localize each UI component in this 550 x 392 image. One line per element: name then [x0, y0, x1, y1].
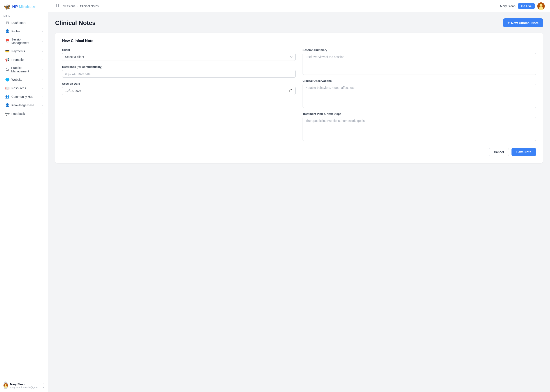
- footer-chevron-icon: ⌃⌄: [42, 382, 44, 389]
- avatar: [4, 381, 8, 389]
- dashboard-icon: ⊡: [5, 21, 9, 25]
- clinical-observations-group: Clinical Observations: [303, 79, 536, 108]
- chevron-right-icon: ›: [42, 87, 43, 90]
- svg-point-2: [4, 386, 7, 388]
- sidebar-item-label: Website: [11, 78, 22, 81]
- knowledge-base-icon: 👤: [5, 103, 9, 107]
- reference-input[interactable]: [62, 70, 296, 78]
- new-note-label: New Clinical Note: [511, 21, 539, 25]
- resources-icon: 📖: [5, 86, 9, 90]
- form-col-left: Client Select a client Reference (for co…: [62, 48, 296, 141]
- treatment-plan-textarea[interactable]: [303, 117, 536, 141]
- feedback-icon: 💬: [5, 112, 9, 116]
- breadcrumb-current: Clinical Notes: [80, 4, 99, 8]
- session-date-label: Session Date: [62, 82, 296, 85]
- chevron-right-icon: ›: [42, 40, 43, 42]
- clinical-observations-label: Clinical Observations: [303, 79, 536, 83]
- sidebar-item-profile[interactable]: 👤 Profile ›: [2, 27, 46, 35]
- treatment-plan-group: Treatment Plan & Next Steps: [303, 112, 536, 141]
- sidebar-section-label: Main: [0, 13, 48, 18]
- breadcrumb-parent[interactable]: Sessions: [63, 4, 76, 8]
- sidebar-item-community-hub[interactable]: 👥 Community Hub ›: [2, 92, 46, 101]
- reference-group: Reference (for confidentiality): [62, 65, 296, 78]
- form-actions: Cancel Save Note: [62, 146, 536, 156]
- topbar-avatar[interactable]: [537, 2, 545, 10]
- chevron-right-icon: ›: [42, 68, 43, 71]
- session-summary-label: Session Summary: [303, 48, 536, 52]
- chevron-right-icon: ›: [42, 30, 43, 33]
- sidebar-item-knowledge-base[interactable]: 👤 Knowledge Base ›: [2, 101, 46, 109]
- sidebar-item-promotion[interactable]: 📢 Promotion ›: [2, 56, 46, 64]
- chevron-right-icon: ›: [42, 50, 43, 53]
- topbar-right: Mary Sloan Go Live: [500, 2, 545, 10]
- session-summary-textarea[interactable]: [303, 53, 536, 75]
- logo-text: HP Mindcare: [12, 5, 36, 9]
- form-grid: Client Select a client Reference (for co…: [62, 48, 536, 141]
- sidebar-footer[interactable]: Mary Sloan marysloantherapist@gmai... ⌃⌄: [0, 379, 48, 392]
- sidebar-item-payments[interactable]: 💳 Payments ›: [2, 47, 46, 55]
- breadcrumb-separator: ›: [77, 4, 78, 8]
- svg-point-6: [540, 4, 543, 7]
- sidebar-item-dashboard[interactable]: ⊡ Dashboard: [2, 19, 46, 27]
- profile-icon: 👤: [5, 29, 9, 33]
- sidebar-logo: 🦋 HP Mindcare: [0, 0, 48, 13]
- sidebar-item-label: Session Management: [11, 38, 40, 45]
- chevron-right-icon: ›: [42, 112, 43, 115]
- sidebar-item-label: Payments: [11, 49, 25, 53]
- sidebar-item-label: Promotion: [11, 58, 25, 62]
- new-clinical-note-form: New Clinical Note Client Select a client…: [55, 33, 543, 163]
- page-title: Clinical Notes: [55, 20, 96, 27]
- session-date-input[interactable]: [62, 87, 296, 95]
- form-col-right: Session Summary Clinical Observations Tr…: [303, 48, 536, 141]
- sidebar: 🦋 HP Mindcare Main ⊡ Dashboard 👤 Profile…: [0, 0, 48, 392]
- practice-management-icon: 🗂: [5, 68, 9, 71]
- sidebar-item-label: Practice Management: [11, 66, 40, 73]
- topbar-left: Sessions › Clinical Notes: [53, 2, 99, 10]
- footer-name: Mary Sloan: [10, 383, 40, 386]
- plus-icon: +: [508, 21, 510, 25]
- sidebar-item-resources[interactable]: 📖 Resources ›: [2, 84, 46, 92]
- community-hub-icon: 👥: [5, 95, 9, 99]
- website-icon: 🌐: [5, 77, 9, 82]
- sidebar-item-website[interactable]: 🌐 Website ›: [2, 76, 46, 84]
- page-header: Clinical Notes + New Clinical Note: [55, 18, 543, 27]
- chevron-right-icon: ›: [42, 104, 43, 106]
- chevron-right-icon: ›: [42, 78, 43, 81]
- svg-rect-4: [57, 4, 59, 7]
- chevron-right-icon: ›: [42, 95, 43, 98]
- session-summary-group: Session Summary: [303, 48, 536, 75]
- sidebar-toggle-button[interactable]: [53, 2, 60, 10]
- sidebar-item-label: Knowledge Base: [11, 104, 34, 107]
- client-label: Client: [62, 48, 296, 52]
- main-area: Sessions › Clinical Notes Mary Sloan Go …: [48, 0, 550, 392]
- sidebar-item-session-management[interactable]: 📅 Session Management ›: [2, 36, 46, 47]
- clinical-observations-textarea[interactable]: [303, 84, 536, 108]
- sidebar-item-label: Resources: [11, 86, 26, 90]
- sidebar-item-label: Dashboard: [11, 21, 27, 25]
- svg-point-1: [5, 384, 7, 386]
- sidebar-item-label: Profile: [11, 29, 20, 33]
- new-clinical-note-button[interactable]: + New Clinical Note: [503, 18, 543, 27]
- session-management-icon: 📅: [5, 39, 9, 43]
- treatment-plan-label: Treatment Plan & Next Steps: [303, 112, 536, 115]
- cancel-button[interactable]: Cancel: [489, 148, 509, 156]
- form-card-title: New Clinical Note: [62, 39, 536, 43]
- breadcrumb: Sessions › Clinical Notes: [63, 4, 99, 8]
- chevron-right-icon: ›: [42, 58, 43, 61]
- sidebar-item-practice-management[interactable]: 🗂 Practice Management ›: [2, 64, 46, 75]
- save-note-button[interactable]: Save Note: [511, 148, 536, 156]
- topbar: Sessions › Clinical Notes Mary Sloan Go …: [48, 0, 550, 12]
- footer-info: Mary Sloan marysloantherapist@gmai...: [10, 383, 40, 389]
- topbar-username: Mary Sloan: [500, 4, 516, 8]
- sidebar-item-feedback[interactable]: 💬 Feedback ›: [2, 110, 46, 118]
- go-live-button[interactable]: Go Live: [518, 3, 535, 9]
- session-date-group: Session Date: [62, 82, 296, 95]
- logo-icon: 🦋: [4, 4, 11, 10]
- page-content: Clinical Notes + New Clinical Note New C…: [48, 12, 550, 392]
- promotion-icon: 📢: [5, 57, 9, 62]
- payments-icon: 💳: [5, 49, 9, 53]
- client-select[interactable]: Select a client: [62, 53, 296, 61]
- client-group: Client Select a client: [62, 48, 296, 61]
- sidebar-item-label: Feedback: [11, 112, 25, 115]
- footer-email: marysloantherapist@gmai...: [10, 386, 40, 389]
